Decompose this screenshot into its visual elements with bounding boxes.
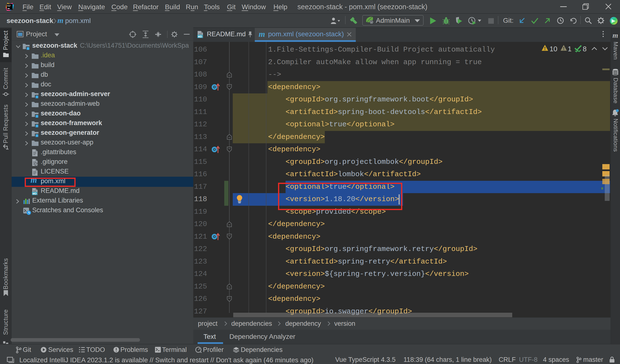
svg-text:IJ: IJ <box>7 4 10 7</box>
svg-text:MD: MD <box>32 192 37 195</box>
svg-text:MD: MD <box>198 35 202 38</box>
